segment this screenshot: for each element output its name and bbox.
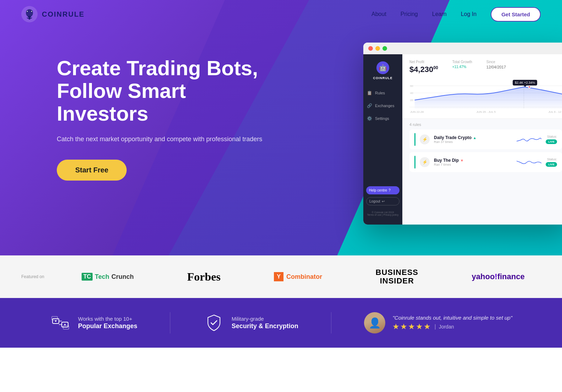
rule-name-1: Daily Trade Crypto ▲ — [434, 135, 512, 140]
featured-logos: TC TechCrunch Forbes Y Combinator BUSINE… — [66, 268, 541, 285]
rule-circle-2: ⚡ — [420, 157, 430, 167]
nav-learn[interactable]: Learn — [432, 11, 447, 17]
testimonial-author: Jordan — [439, 324, 454, 330]
svg-point-19 — [64, 324, 66, 325]
svg-point-5 — [27, 11, 28, 12]
rule-status-1: Status: LIVE — [546, 135, 557, 144]
sidebar-footer: Help centre ? Logout ↩ — [363, 186, 402, 205]
stat-total-growth: Total Growth +11.47% — [452, 60, 472, 74]
sidebar-item-exchanges[interactable]: 🔗 Exchanges — [367, 103, 399, 108]
sidebar-item-settings[interactable]: ⚙️ Settings — [367, 116, 399, 121]
logout-label: Logout — [369, 199, 380, 203]
feature-security: Military-grade Security & Encryption — [203, 312, 298, 333]
rules-count: 4 rules — [409, 122, 562, 127]
mockup-sidebar: 🤖 COINRULE 📋 Rules 🔗 Exchanges ⚙️ — [363, 54, 402, 225]
help-label: Help centre — [369, 188, 387, 192]
testimonial-quote: "Coinrule stands out, intuitive and simp… — [392, 315, 512, 321]
rule-ran-2: Ran 7 times — [434, 163, 512, 166]
hero-subtext: Catch the next market opportunity and co… — [57, 134, 270, 144]
rule-indicator-1 — [414, 133, 415, 146]
rule-indicator-2 — [414, 156, 415, 169]
chart-tooltip: $2.4K +2.34% — [513, 80, 537, 85]
yc-text: Combinator — [286, 273, 322, 281]
rule-row-2[interactable]: ⚡ Buy The Dip ▼ Ran 7 times — [409, 152, 562, 172]
avatar: 👤 — [364, 312, 385, 333]
rule-name-2: Buy The Dip ▼ — [434, 158, 512, 163]
coinrule-logo-icon — [21, 6, 38, 22]
security-small-label: Military-grade — [232, 316, 298, 322]
yahoo-finance-logo: yahoo!finance — [472, 272, 525, 281]
testimonial-text-area: "Coinrule stands out, intuitive and simp… — [392, 315, 512, 331]
feature-testimonial: 👤 "Coinrule stands out, intuitive and si… — [364, 312, 512, 333]
rules-section: 4 rules ⚡ Daily Trade Crypto ▲ Ran 37 ti… — [402, 119, 562, 178]
hero-content: Create Trading Bots, Follow Smart Invest… — [57, 57, 270, 181]
sidebar-nav: 📋 Rules 🔗 Exchanges ⚙️ Settings — [363, 90, 402, 186]
forbes-logo: Forbes — [187, 270, 221, 283]
security-big-label: Security & Encryption — [232, 322, 298, 330]
rule-ran-1: Ran 37 times — [434, 140, 512, 144]
sidebar-rules-label: Rules — [375, 91, 385, 95]
techcrunch-logo: TC TechCrunch — [82, 273, 134, 281]
rule-chart-2 — [517, 157, 541, 167]
sidebar-logo-icon: 🤖 — [376, 61, 389, 74]
sidebar-brand: COINRULE — [373, 76, 393, 80]
avatar-image: 👤 — [364, 312, 385, 333]
chart-peak-dot — [528, 85, 531, 88]
chart-labels: JUN 22-28 JUN 29 - JUL 5 JUL 6 - 12 — [409, 110, 562, 114]
mockup-titlebar — [363, 43, 562, 54]
navbar: COINRULE About Pricing Learn Log In Get … — [0, 0, 562, 28]
sidebar-item-rules[interactable]: 📋 Rules — [367, 90, 399, 95]
chart-label-2: JUN 29 - JUL 5 — [476, 110, 496, 114]
net-profit-value: $4,23000 — [409, 65, 438, 74]
security-feature-icon — [203, 312, 225, 333]
help-centre-button[interactable]: Help centre ? — [366, 186, 400, 194]
rule-row-1[interactable]: ⚡ Daily Trade Crypto ▲ Ran 37 times — [409, 129, 562, 149]
exchanges-feature-icon — [50, 312, 71, 333]
exchanges-small-label: Works with the top 10+ — [78, 316, 137, 322]
rule-info-2: Buy The Dip ▼ Ran 7 times — [434, 158, 512, 166]
featured-label: Featured on — [21, 274, 44, 279]
svg-point-18 — [55, 320, 56, 322]
start-free-button[interactable]: Start Free — [57, 160, 127, 181]
nav-about[interactable]: About — [371, 11, 386, 17]
tc-tech: Tech — [95, 273, 109, 281]
feature-exchanges: Works with the top 10+ Popular Exchanges — [50, 312, 137, 333]
mockup-main: Net Profit $4,23000 Total Growth +11.47%… — [402, 54, 562, 225]
since-value: 12/04/2017 — [486, 65, 506, 69]
chart-area: $2.4K +2.34% — [402, 77, 562, 119]
rule-circle-1: ⚡ — [420, 134, 430, 144]
feature-divider-2 — [331, 312, 331, 333]
business-insider-logo: BUSINESSINSIDER — [376, 268, 418, 285]
rule-info-1: Daily Trade Crypto ▲ Ran 37 times — [434, 135, 512, 144]
total-growth-value: +11.47% — [452, 65, 472, 69]
svg-text:40: 40 — [410, 92, 413, 95]
logout-button[interactable]: Logout ↩ — [366, 197, 400, 205]
svg-rect-7 — [29, 17, 30, 20]
get-started-button[interactable]: Get Started — [491, 7, 541, 22]
sidebar-exchanges-label: Exchanges — [375, 104, 394, 108]
logo-text: COINRULE — [42, 10, 84, 18]
rule-chart-1 — [517, 134, 541, 145]
sidebar-settings-label: Settings — [375, 116, 389, 121]
feature-divider-1 — [170, 312, 170, 333]
yf-text: yahoo!finance — [472, 272, 525, 281]
yc-icon: Y — [274, 272, 283, 281]
tc-icon: TC — [82, 273, 93, 281]
testimonial-stars: ★★★★★ — [392, 322, 431, 331]
rules-icon: 📋 — [367, 90, 372, 95]
nav-pricing[interactable]: Pricing — [401, 11, 418, 17]
titlebar-maximize — [382, 46, 387, 51]
rule-arrow-up-1: ▲ — [473, 136, 476, 140]
rule-arrow-down-2: ▼ — [460, 159, 464, 162]
nav-login[interactable]: Log In — [461, 11, 476, 17]
logout-icon: ↩ — [382, 199, 385, 203]
exchanges-big-label: Popular Exchanges — [78, 322, 137, 330]
chart-label-3: JUL 6 - 12 — [548, 110, 561, 114]
chart-label-1: JUN 22-28 — [410, 110, 424, 114]
stat-net-profit: Net Profit $4,23000 — [409, 60, 438, 74]
hero-section: Create Trading Bots, Follow Smart Invest… — [0, 0, 562, 255]
stars-separator: | — [434, 324, 436, 330]
rule-status-2: Status: LIVE — [546, 158, 557, 167]
titlebar-close — [368, 46, 373, 51]
featured-section: Featured on TC TechCrunch Forbes Y Combi… — [0, 255, 562, 298]
